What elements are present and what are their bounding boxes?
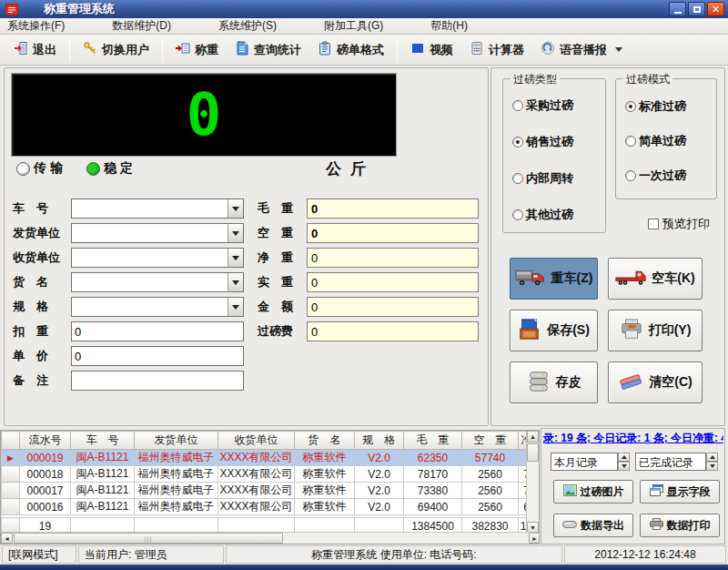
radio-internal-transfer[interactable]: 内部周转 — [512, 171, 573, 186]
app-icon — [5, 4, 18, 15]
voice-icon — [541, 41, 555, 58]
scroll-left-icon[interactable]: ◄ — [1, 533, 13, 544]
spec-combo[interactable] — [71, 297, 244, 317]
table-row[interactable]: 000017 闽A-B1121 福州奥特威电子 XXXX有限公司 称重软件 V2… — [2, 483, 535, 499]
price-input[interactable] — [71, 346, 244, 366]
status-filter[interactable]: 已完成记录 — [635, 453, 718, 471]
scroll-right-icon[interactable]: ► — [529, 533, 540, 544]
radio-other-weigh[interactable]: 其他过磅 — [512, 208, 573, 222]
tare-field — [307, 223, 479, 243]
period-filter[interactable]: 本月记录 — [551, 453, 630, 471]
radio-simple-weigh[interactable]: 简单过磅 — [625, 134, 686, 148]
sender-label: 发货单位 — [13, 223, 69, 243]
preview-print-checkbox[interactable]: 预览打印 — [648, 217, 710, 230]
table-row[interactable]: 000016 闽A-B1121 福州奥特威电子 XXXX有限公司 称重软件 V2… — [2, 499, 535, 515]
chevron-down-icon[interactable] — [228, 199, 243, 218]
table-row[interactable]: 000018 闽A-B1121 福州奥特威电子 XXXX有限公司 称重软件 V2… — [2, 466, 535, 483]
truck-empty-icon — [615, 268, 646, 290]
spin-up-icon[interactable] — [706, 453, 718, 462]
fee-label: 过磅费 — [258, 321, 305, 341]
toolbar-separator — [397, 39, 398, 61]
print-button[interactable]: 打印(Y) — [608, 310, 703, 351]
radio-standard-weigh[interactable]: 标准过磅 — [625, 99, 686, 114]
video-icon — [410, 41, 425, 58]
goods-combo[interactable] — [71, 272, 244, 292]
horizontal-scroll-thumb[interactable]: ||| — [14, 533, 283, 544]
records-table-area: 流水号 车 号 发货单位 收货单位 货 名 规 格 毛 重 空 重 净 ▶ 00… — [0, 430, 540, 545]
clear-button[interactable]: 清空(C) — [608, 361, 703, 403]
heavy-vehicle-button[interactable]: 重车(Z) — [510, 258, 598, 300]
deduct-input[interactable] — [71, 321, 244, 341]
radio-checked-icon — [512, 137, 523, 148]
amount-label: 金 额 — [258, 297, 305, 317]
receiver-label: 收货单位 — [13, 248, 69, 268]
show-fields-button[interactable]: 显示字段 — [640, 480, 720, 504]
ticket-format-icon — [318, 41, 332, 58]
export-icon — [562, 519, 577, 533]
table-row[interactable]: ▶ 000019 闽A-B1121 福州奥特威电子 XXXX有限公司 称重软件 … — [2, 450, 535, 466]
spin-up-icon[interactable] — [618, 453, 630, 462]
ticket-format-button[interactable]: 磅单格式 — [309, 37, 392, 62]
query-stats-icon — [235, 41, 249, 58]
data-export-button[interactable]: 数据导出 — [553, 514, 633, 537]
radio-once-weigh[interactable]: 一次过磅 — [625, 168, 686, 183]
radio-purchase-weigh[interactable]: 采购过磅 — [512, 98, 573, 113]
sender-combo[interactable] — [71, 223, 244, 243]
vehicle-no-label: 车 号 — [13, 198, 69, 219]
chevron-down-icon[interactable] — [228, 224, 243, 242]
window-bottom-border — [0, 565, 728, 570]
chevron-down-icon[interactable] — [228, 273, 243, 291]
store-tare-button[interactable]: 存皮 — [510, 361, 598, 403]
records-side-panel: 录: 19 条; 今日记录: 1 条; 今日净重: 40 本月记录 已完成记录 … — [541, 428, 725, 545]
switch-user-button[interactable]: 切换用户 — [75, 37, 157, 62]
receiver-combo[interactable] — [71, 248, 244, 268]
chevron-down-icon[interactable] — [615, 47, 622, 52]
photo-icon — [563, 484, 577, 499]
query-stats-button[interactable]: 查询统计 — [227, 37, 309, 62]
transfer-label: 传输 — [34, 160, 66, 177]
weigh-photo-button[interactable]: 过磅图片 — [553, 480, 633, 504]
radio-icon — [512, 100, 523, 111]
weigh-type-title: 过磅类型 — [511, 72, 560, 87]
video-button[interactable]: 视频 — [402, 37, 461, 62]
window-title: 称重管理系统 — [44, 1, 115, 17]
save-button[interactable]: 保存(S) — [510, 310, 598, 351]
menu-help[interactable]: 帮助(H) — [430, 18, 468, 34]
exit-icon — [14, 41, 28, 58]
deduct-label: 扣 重 — [13, 321, 69, 341]
chevron-down-icon[interactable] — [228, 298, 243, 316]
key-icon — [83, 41, 97, 58]
maximize-icon[interactable] — [688, 2, 705, 16]
exit-button[interactable]: 退出 — [5, 37, 65, 62]
net-field — [307, 248, 479, 268]
menu-system-maintenance[interactable]: 系统维护(S) — [218, 18, 277, 34]
data-print-icon — [650, 518, 663, 533]
weigh-icon — [176, 41, 190, 58]
voice-broadcast-button[interactable]: 语音播报 — [532, 37, 631, 62]
vertical-scroll-thumb[interactable] — [527, 443, 539, 462]
main-area: 0 传输 稳定 公斤 车 号 发货单位 收货单位 货 名 规 格 扣 重 单 价… — [0, 66, 728, 428]
spin-down-icon[interactable] — [618, 462, 630, 471]
save-icon — [518, 318, 541, 344]
scroll-up-icon[interactable]: ▲ — [527, 431, 539, 443]
menu-extra-tools[interactable]: 附加工具(G) — [324, 18, 383, 34]
chevron-down-icon[interactable] — [228, 249, 243, 267]
close-icon[interactable]: ✕ — [707, 2, 724, 16]
menu-data-maintenance[interactable]: 数据维护(D) — [112, 18, 171, 34]
minimize-icon[interactable] — [669, 2, 686, 16]
vehicle-no-combo[interactable] — [71, 198, 244, 219]
radio-sales-weigh[interactable]: 销售过磅 — [512, 135, 573, 149]
current-user-status: 当前用户: 管理员 — [78, 545, 224, 564]
calculator-button[interactable]: 计算器 — [461, 37, 532, 62]
spin-down-icon[interactable] — [706, 462, 718, 471]
menu-system-operation[interactable]: 系统操作(F) — [7, 18, 65, 34]
empty-vehicle-button[interactable]: 空车(K) — [608, 258, 703, 300]
stable-lamp-icon — [86, 162, 100, 176]
vertical-scrollbar[interactable]: ▲ ▼ — [526, 431, 539, 534]
tare-label: 空 重 — [258, 223, 305, 243]
horizontal-scrollbar[interactable]: ◄ ||| ► — [1, 532, 540, 544]
weigh-button[interactable]: 称重 — [167, 37, 227, 62]
gross-field — [307, 198, 479, 219]
data-print-button[interactable]: 数据打印 — [640, 514, 720, 537]
remark-input[interactable] — [71, 371, 244, 391]
